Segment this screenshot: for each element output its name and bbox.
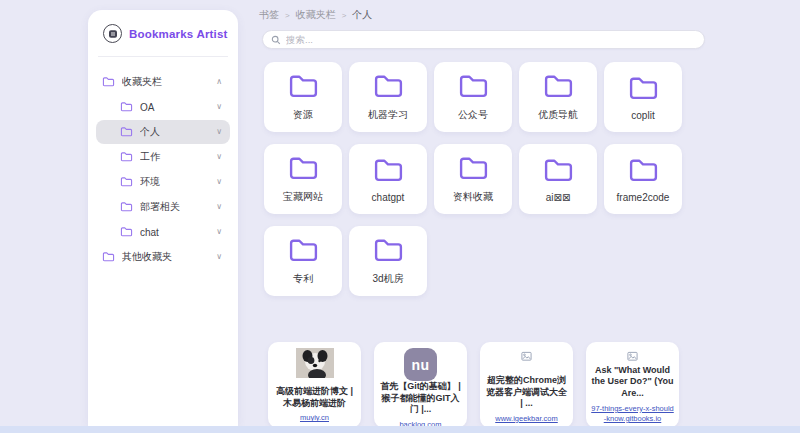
search-input[interactable] [286,34,696,45]
search-bar[interactable] [262,30,705,49]
chevron-down-icon[interactable]: ∨ [216,153,222,161]
bookmarks-logo-icon [103,24,122,43]
folder-icon [628,156,659,187]
folder-label: 3d机房 [372,272,403,286]
folder-card-quality-nav[interactable]: 优质导航 [519,62,597,132]
folder-card-machine-learning[interactable]: 机器学习 [349,62,427,132]
bookmark-title: 首先【Git的基础】 | 猴子都能懂的GIT入门 |... [379,381,462,416]
chevron-down-icon[interactable]: ∨ [216,128,222,136]
breadcrumb: 书签 > 收藏夹栏 > 个人 [255,8,795,22]
bookmark-link[interactable]: www.igeekbar.com [495,414,558,424]
folder-icon [120,148,133,166]
sidebar-item-favorites-bar[interactable]: 收藏夹栏 ∧ [96,70,230,94]
chevron-up-icon[interactable]: ∧ [216,78,222,86]
chevron-down-icon[interactable]: ∨ [216,203,222,211]
chevron-down-icon[interactable]: ∨ [216,228,222,236]
sidebar-item-deployment[interactable]: 部署相关 ∨ [96,195,230,219]
search-icon [271,31,281,49]
folder-label: chatgpt [372,192,405,203]
bookmark-link[interactable]: 97-things-every-x-should-know.gitbooks.i… [591,404,674,424]
folder-card-patent[interactable]: 专利 [264,226,342,296]
app-title: Bookmarks Artist [129,28,228,40]
sidebar-item-label: 个人 [140,125,216,139]
folder-card-chatgpt[interactable]: chatgpt [349,144,427,214]
sidebar-item-personal[interactable]: 个人 ∨ [96,120,230,144]
bookmark-title: 高级前端进阶博文 | 木易杨前端进阶 [273,386,356,409]
folder-label: 宝藏网站 [283,190,323,204]
bookmark-card-97-things[interactable]: Ask "What Would the User Do?" (You Are..… [586,342,679,428]
folder-icon [288,236,319,267]
folder-label: 公众号 [458,108,488,122]
folder-icon [288,154,319,185]
folder-icon [543,156,574,187]
breadcrumb-separator: > [285,11,290,20]
folder-label: 专利 [293,272,313,286]
folder-card-resources[interactable]: 资源 [264,62,342,132]
bookmark-title: Ask "What Would the User Do?" (You Are..… [591,365,674,400]
folder-icon [373,236,404,267]
chevron-down-icon[interactable]: ∨ [216,178,222,186]
app-logo: Bookmarks Artist [88,10,238,56]
sidebar-item-other-bookmarks[interactable]: 其他收藏夹 ∨ [96,245,230,269]
broken-image-icon [627,348,638,365]
bookmark-link[interactable]: muyiy.cn [300,413,329,423]
folder-card-official-account[interactable]: 公众号 [434,62,512,132]
folder-icon [102,248,115,266]
sidebar-item-label: 工作 [140,150,216,164]
folder-icon [288,72,319,103]
bottom-scroll-strip[interactable] [0,426,800,433]
dog-thumbnail-image [296,348,334,386]
folder-label: 机器学习 [368,108,408,122]
folder-label: 资源 [293,108,313,122]
sidebar-item-environment[interactable]: 环境 ∨ [96,170,230,194]
nu-logo-text: nu [411,357,429,373]
breadcrumb-bookmarks[interactable]: 书签 [259,8,279,22]
breadcrumb-separator: > [342,11,347,20]
sidebar-item-chat[interactable]: chat ∨ [96,220,230,244]
bookmark-card-muyiy[interactable]: 高级前端进阶博文 | 木易杨前端进阶 muyiy.cn [268,342,361,428]
sidebar-item-oa[interactable]: OA ∨ [96,95,230,119]
folder-card-ai-draw[interactable]: ai⊠⊠ [519,144,597,214]
folder-card-3d-room[interactable]: 3d机房 [349,226,427,296]
folder-icon [120,198,133,216]
folder-card-data-collection[interactable]: 资料收藏 [434,144,512,214]
folder-icon [373,72,404,103]
breadcrumb-favorites-bar[interactable]: 收藏夹栏 [296,8,336,22]
breadcrumb-personal[interactable]: 个人 [352,8,372,22]
chevron-down-icon[interactable]: ∨ [216,103,222,111]
sidebar-item-label: 收藏夹栏 [122,75,216,89]
sidebar-nav: 收藏夹栏 ∧ OA ∨ 个人 ∨ 工作 ∨ 环境 ∨ 部署相关 ∨ [88,65,238,269]
folder-label: ai⊠⊠ [546,192,571,203]
sidebar-item-label: 环境 [140,175,216,189]
folder-icon [120,223,133,241]
folder-card-frame2code[interactable]: frame2code [604,144,682,214]
folder-label: frame2code [617,192,670,203]
folder-icon [458,72,489,103]
folder-icon [120,98,133,116]
sidebar-item-label: 其他收藏夹 [122,250,216,264]
folder-icon [102,73,115,91]
folder-card-coplit[interactable]: coplit [604,62,682,132]
folder-icon [628,74,659,105]
folder-icon [458,154,489,185]
sidebar-item-work[interactable]: 工作 ∨ [96,145,230,169]
folder-card-treasure-sites[interactable]: 宝藏网站 [264,144,342,214]
folder-label: coplit [631,110,654,121]
sidebar-item-label: OA [140,102,216,113]
sidebar-item-label: chat [140,227,216,238]
nu-logo: nu [404,348,437,381]
folder-icon [543,72,574,103]
sidebar-divider [98,56,228,57]
chevron-down-icon[interactable]: ∨ [216,253,222,261]
folder-icon [373,156,404,187]
bookmark-title: 超完整的Chrome浏览器客户端调试大全 | ... [485,375,568,410]
folder-label: 资料收藏 [453,190,493,204]
sidebar: Bookmarks Artist 收藏夹栏 ∧ OA ∨ 个人 ∨ 工作 ∨ 环… [88,10,238,426]
main-content: 书签 > 收藏夹栏 > 个人 资源 机器学习 公众号 优质导航 coplit [255,8,795,428]
sidebar-item-label: 部署相关 [140,200,216,214]
bookmark-card-chrome-debug[interactable]: 超完整的Chrome浏览器客户端调试大全 | ... www.igeekbar.… [480,342,573,428]
folder-grid: 资源 机器学习 公众号 优质导航 coplit 宝藏网站 chatgpt 资料 [264,62,795,296]
folder-icon [120,123,133,141]
bookmarks-row: 高级前端进阶博文 | 木易杨前端进阶 muyiy.cn nu 首先【Git的基础… [268,342,795,428]
bookmark-card-backlog-git[interactable]: nu 首先【Git的基础】 | 猴子都能懂的GIT入门 |... backlog… [374,342,467,428]
